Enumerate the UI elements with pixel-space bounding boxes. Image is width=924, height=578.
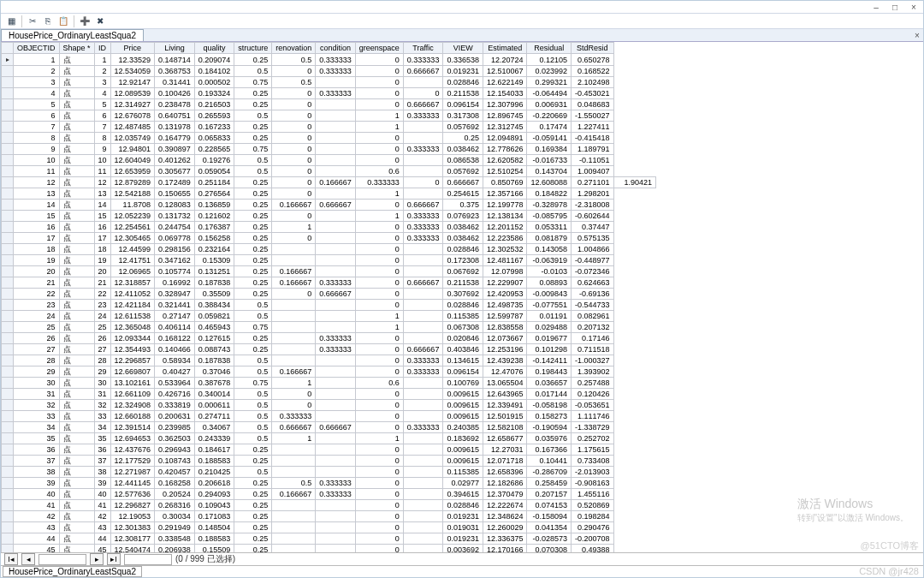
cell[interactable]: 12.778626 — [483, 144, 527, 155]
column-header[interactable]: ID — [94, 43, 110, 54]
cell[interactable]: 1.175615 — [572, 444, 614, 456]
cell[interactable]: 13 — [94, 188, 110, 200]
cell[interactable]: 0.333333 — [403, 233, 443, 244]
cell[interactable]: 0.650278 — [572, 54, 614, 66]
cell[interactable]: 0.25 — [234, 500, 272, 511]
cell[interactable]: 0.465943 — [194, 322, 234, 333]
cell[interactable]: 0.25 — [234, 54, 272, 66]
cell[interactable]: 0 — [272, 155, 316, 166]
cell[interactable]: 0.75 — [234, 322, 272, 333]
cell[interactable]: -0.142411 — [527, 355, 572, 366]
cell[interactable]: 19 — [14, 255, 60, 266]
cell[interactable]: 0.624663 — [572, 277, 614, 289]
row-header[interactable] — [2, 211, 14, 222]
cell[interactable]: 30 — [94, 378, 110, 389]
close-button[interactable]: × — [904, 1, 923, 13]
cell[interactable] — [272, 355, 316, 366]
cell[interactable]: 44 — [14, 533, 60, 545]
cell[interactable]: 2 — [94, 66, 110, 77]
table-row[interactable]: 1点112.335290.1487140.2090740.250.50.3333… — [2, 54, 656, 66]
cell[interactable]: 7 — [94, 122, 110, 133]
cell[interactable]: 0.128083 — [155, 200, 195, 211]
cell[interactable]: 12.33529 — [110, 54, 155, 66]
cell[interactable]: 12.437676 — [110, 444, 155, 456]
cell[interactable]: 35 — [14, 433, 60, 444]
cell[interactable]: 12.314927 — [110, 99, 155, 110]
cell[interactable]: 8 — [94, 133, 110, 144]
cell[interactable]: 0.168122 — [155, 333, 195, 344]
cell[interactable]: 1.90421 — [613, 177, 656, 188]
cell[interactable]: 11 — [94, 166, 110, 177]
cell[interactable]: 0.25 — [234, 289, 272, 300]
table-row[interactable]: 31点3112.6611090.4267160.3400140.5000.009… — [2, 389, 656, 400]
cell[interactable]: 点 — [59, 333, 94, 344]
cell[interactable]: 0.333333 — [403, 110, 443, 122]
cell[interactable]: 0.5 — [234, 166, 272, 177]
cell[interactable]: 0.019677 — [527, 333, 572, 344]
cell[interactable]: 0.17146 — [572, 333, 614, 344]
cell[interactable]: -1.000327 — [572, 355, 614, 366]
cell[interactable]: 12.838558 — [483, 322, 527, 333]
cell[interactable]: 43 — [14, 522, 60, 533]
row-header[interactable] — [2, 266, 14, 277]
cell[interactable]: 24 — [94, 311, 110, 322]
cell[interactable]: -0.69136 — [572, 289, 614, 300]
cell[interactable]: 31 — [14, 389, 60, 400]
cell[interactable]: 0.207157 — [527, 489, 572, 500]
cell[interactable]: 0.053311 — [527, 222, 572, 233]
cell[interactable] — [403, 478, 443, 489]
cell[interactable]: 0.258459 — [527, 478, 572, 489]
cell[interactable]: 0.25 — [234, 188, 272, 200]
cell[interactable]: 0.209074 — [194, 54, 234, 66]
cell[interactable] — [272, 467, 316, 478]
cell[interactable]: 0.666667 — [403, 277, 443, 289]
cell[interactable]: 0.850769 — [483, 177, 527, 188]
cell[interactable]: 0.25 — [234, 522, 272, 533]
cell[interactable]: 12.138134 — [483, 211, 527, 222]
cell[interactable]: 点 — [59, 511, 94, 522]
cell[interactable]: 45 — [14, 545, 60, 553]
cell[interactable]: 0.333333 — [316, 88, 356, 99]
cell[interactable]: 0.333333 — [403, 355, 443, 366]
cell[interactable]: 点 — [59, 456, 94, 467]
row-header[interactable] — [2, 110, 14, 122]
cell[interactable]: 12.308177 — [110, 533, 155, 545]
cell[interactable]: 点 — [59, 99, 94, 110]
cell[interactable] — [403, 489, 443, 500]
cell[interactable]: 0.148504 — [194, 522, 234, 533]
cell[interactable] — [272, 511, 316, 522]
cell[interactable]: 0.198443 — [527, 366, 572, 378]
cell[interactable]: 0.210425 — [194, 467, 234, 478]
cell[interactable]: 12.44599 — [110, 244, 155, 255]
cell[interactable]: 0 — [355, 266, 403, 277]
table-row[interactable]: 8点812.0357490.1647790.0658330.25000.2512… — [2, 133, 656, 144]
cell[interactable]: 0.120426 — [572, 389, 614, 400]
cell[interactable]: 0.347162 — [155, 255, 195, 266]
cell[interactable] — [316, 244, 356, 255]
table-row[interactable]: 42点4212.190530.300340.1710830.2500.01923… — [2, 511, 656, 522]
cell[interactable]: 12.420953 — [483, 289, 527, 300]
cell[interactable]: 0.58934 — [155, 355, 195, 366]
cell[interactable]: 1 — [355, 311, 403, 322]
cell[interactable]: 0.10441 — [527, 456, 572, 467]
nav-prev-button[interactable]: ◂ — [21, 553, 35, 565]
cell[interactable]: 0.15309 — [194, 255, 234, 266]
cell[interactable]: 12.182686 — [483, 478, 527, 489]
cell[interactable]: 18 — [14, 244, 60, 255]
row-header[interactable] — [2, 54, 14, 66]
cell[interactable]: 0 — [355, 244, 403, 255]
cell[interactable]: 0.167233 — [194, 122, 234, 133]
cell[interactable] — [403, 411, 443, 422]
cell[interactable] — [403, 500, 443, 511]
cell[interactable]: 0 — [355, 54, 403, 66]
cell[interactable]: 2 — [14, 66, 60, 77]
cell[interactable]: 0.206938 — [155, 545, 195, 553]
table-row[interactable]: 35点3512.6946530.3625030.2433390.5110.183… — [2, 433, 656, 444]
cell[interactable]: 9 — [14, 144, 60, 155]
cell[interactable]: 0.16992 — [155, 277, 195, 289]
cell[interactable]: 6 — [94, 110, 110, 122]
cell[interactable] — [316, 533, 356, 545]
cell[interactable]: 点 — [59, 77, 94, 88]
cell[interactable]: 0.333333 — [403, 422, 443, 433]
cell[interactable]: 点 — [59, 322, 94, 333]
